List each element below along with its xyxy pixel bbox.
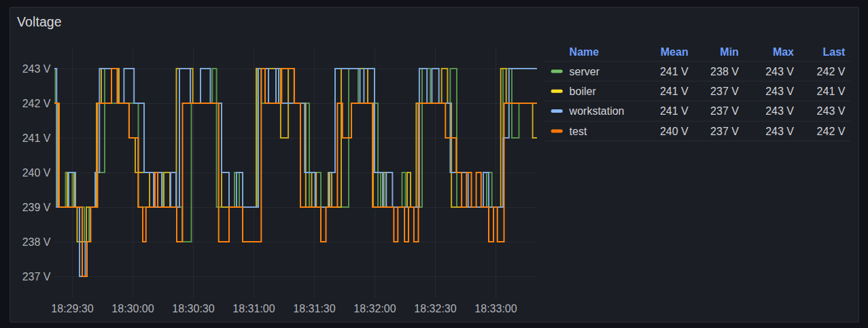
svg-text:239 V: 239 V <box>22 202 51 213</box>
svg-text:240 V: 240 V <box>660 126 689 137</box>
svg-text:243 V: 243 V <box>765 105 794 117</box>
svg-text:237 V: 237 V <box>710 105 739 117</box>
svg-text:Mean: Mean <box>661 46 689 58</box>
svg-text:243 V: 243 V <box>765 86 794 97</box>
svg-text:243 V: 243 V <box>817 105 846 117</box>
svg-text:241 V: 241 V <box>660 86 689 97</box>
svg-text:238 V: 238 V <box>710 66 739 77</box>
svg-text:Min: Min <box>720 46 739 58</box>
svg-text:241 V: 241 V <box>660 105 689 117</box>
svg-text:238 V: 238 V <box>22 236 51 248</box>
svg-text:test: test <box>570 126 587 137</box>
svg-text:237 V: 237 V <box>710 86 739 97</box>
svg-text:server: server <box>570 66 600 77</box>
svg-text:241 V: 241 V <box>660 66 689 77</box>
svg-text:243 V: 243 V <box>765 66 794 77</box>
svg-text:18:31:00: 18:31:00 <box>232 303 275 314</box>
svg-text:18:31:30: 18:31:30 <box>293 303 335 314</box>
svg-text:18:33:00: 18:33:00 <box>474 303 517 314</box>
svg-text:18:30:00: 18:30:00 <box>111 303 154 314</box>
svg-text:Name: Name <box>570 46 600 58</box>
svg-text:18:32:30: 18:32:30 <box>414 303 456 314</box>
svg-text:243 V: 243 V <box>765 126 794 137</box>
svg-text:242 V: 242 V <box>817 66 846 77</box>
svg-text:Max: Max <box>773 46 794 58</box>
svg-text:240 V: 240 V <box>22 167 51 179</box>
svg-text:242 V: 242 V <box>817 126 846 137</box>
svg-text:242 V: 242 V <box>22 98 51 109</box>
svg-text:237 V: 237 V <box>22 271 51 283</box>
svg-text:18:30:30: 18:30:30 <box>172 303 214 314</box>
svg-text:workstation: workstation <box>569 105 625 117</box>
svg-text:boiler: boiler <box>570 86 597 97</box>
svg-text:Last: Last <box>822 46 846 58</box>
svg-text:241 V: 241 V <box>817 86 846 97</box>
svg-text:18:32:00: 18:32:00 <box>353 303 396 314</box>
svg-text:243 V: 243 V <box>22 63 51 75</box>
svg-text:237 V: 237 V <box>710 126 739 137</box>
svg-text:241 V: 241 V <box>22 132 51 144</box>
svg-text:18:29:30: 18:29:30 <box>51 303 93 314</box>
